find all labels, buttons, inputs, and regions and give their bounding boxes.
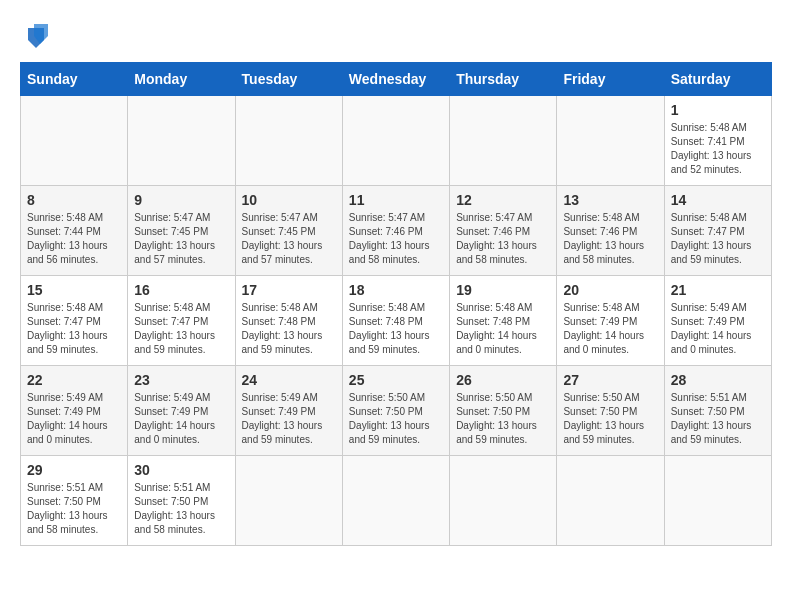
day-number: 21 <box>671 282 765 298</box>
day-info: Sunrise: 5:50 AMSunset: 7:50 PMDaylight:… <box>563 391 657 447</box>
calendar-cell: 9Sunrise: 5:47 AMSunset: 7:45 PMDaylight… <box>128 186 235 276</box>
calendar-cell: 25Sunrise: 5:50 AMSunset: 7:50 PMDayligh… <box>342 366 449 456</box>
calendar-cell <box>557 96 664 186</box>
calendar-cell: 15Sunrise: 5:48 AMSunset: 7:47 PMDayligh… <box>21 276 128 366</box>
calendar-cell: 13Sunrise: 5:48 AMSunset: 7:46 PMDayligh… <box>557 186 664 276</box>
day-number: 16 <box>134 282 228 298</box>
calendar-cell <box>235 96 342 186</box>
day-number: 13 <box>563 192 657 208</box>
day-info: Sunrise: 5:48 AMSunset: 7:48 PMDaylight:… <box>242 301 336 357</box>
calendar-cell: 1Sunrise: 5:48 AMSunset: 7:41 PMDaylight… <box>664 96 771 186</box>
day-info: Sunrise: 5:47 AMSunset: 7:46 PMDaylight:… <box>456 211 550 267</box>
calendar-cell: 14Sunrise: 5:48 AMSunset: 7:47 PMDayligh… <box>664 186 771 276</box>
calendar-cell <box>450 456 557 546</box>
day-number: 15 <box>27 282 121 298</box>
day-info: Sunrise: 5:51 AMSunset: 7:50 PMDaylight:… <box>134 481 228 537</box>
calendar-cell: 17Sunrise: 5:48 AMSunset: 7:48 PMDayligh… <box>235 276 342 366</box>
day-info: Sunrise: 5:47 AMSunset: 7:45 PMDaylight:… <box>134 211 228 267</box>
col-header-tuesday: Tuesday <box>235 63 342 96</box>
col-header-friday: Friday <box>557 63 664 96</box>
calendar-cell: 26Sunrise: 5:50 AMSunset: 7:50 PMDayligh… <box>450 366 557 456</box>
calendar-cell: 23Sunrise: 5:49 AMSunset: 7:49 PMDayligh… <box>128 366 235 456</box>
day-info: Sunrise: 5:48 AMSunset: 7:49 PMDaylight:… <box>563 301 657 357</box>
calendar-cell: 30Sunrise: 5:51 AMSunset: 7:50 PMDayligh… <box>128 456 235 546</box>
calendar-cell <box>450 96 557 186</box>
calendar-cell: 11Sunrise: 5:47 AMSunset: 7:46 PMDayligh… <box>342 186 449 276</box>
day-info: Sunrise: 5:49 AMSunset: 7:49 PMDaylight:… <box>671 301 765 357</box>
day-info: Sunrise: 5:48 AMSunset: 7:46 PMDaylight:… <box>563 211 657 267</box>
day-number: 28 <box>671 372 765 388</box>
day-number: 14 <box>671 192 765 208</box>
day-info: Sunrise: 5:47 AMSunset: 7:46 PMDaylight:… <box>349 211 443 267</box>
calendar-table: SundayMondayTuesdayWednesdayThursdayFrid… <box>20 62 772 546</box>
day-info: Sunrise: 5:48 AMSunset: 7:44 PMDaylight:… <box>27 211 121 267</box>
day-number: 23 <box>134 372 228 388</box>
day-info: Sunrise: 5:49 AMSunset: 7:49 PMDaylight:… <box>242 391 336 447</box>
calendar-cell: 27Sunrise: 5:50 AMSunset: 7:50 PMDayligh… <box>557 366 664 456</box>
day-info: Sunrise: 5:51 AMSunset: 7:50 PMDaylight:… <box>671 391 765 447</box>
day-number: 10 <box>242 192 336 208</box>
day-info: Sunrise: 5:48 AMSunset: 7:47 PMDaylight:… <box>134 301 228 357</box>
logo-icon <box>20 20 52 52</box>
day-number: 12 <box>456 192 550 208</box>
day-number: 8 <box>27 192 121 208</box>
calendar-week-3: 15Sunrise: 5:48 AMSunset: 7:47 PMDayligh… <box>21 276 772 366</box>
day-number: 9 <box>134 192 228 208</box>
calendar-cell <box>342 456 449 546</box>
col-header-sunday: Sunday <box>21 63 128 96</box>
calendar-cell <box>235 456 342 546</box>
col-header-wednesday: Wednesday <box>342 63 449 96</box>
day-info: Sunrise: 5:48 AMSunset: 7:41 PMDaylight:… <box>671 121 765 177</box>
day-number: 26 <box>456 372 550 388</box>
day-number: 19 <box>456 282 550 298</box>
calendar-cell: 10Sunrise: 5:47 AMSunset: 7:45 PMDayligh… <box>235 186 342 276</box>
day-number: 25 <box>349 372 443 388</box>
day-info: Sunrise: 5:50 AMSunset: 7:50 PMDaylight:… <box>349 391 443 447</box>
calendar-week-2: 8Sunrise: 5:48 AMSunset: 7:44 PMDaylight… <box>21 186 772 276</box>
col-header-monday: Monday <box>128 63 235 96</box>
calendar-cell: 28Sunrise: 5:51 AMSunset: 7:50 PMDayligh… <box>664 366 771 456</box>
day-number: 24 <box>242 372 336 388</box>
day-number: 22 <box>27 372 121 388</box>
calendar-cell: 21Sunrise: 5:49 AMSunset: 7:49 PMDayligh… <box>664 276 771 366</box>
calendar-cell: 8Sunrise: 5:48 AMSunset: 7:44 PMDaylight… <box>21 186 128 276</box>
day-number: 20 <box>563 282 657 298</box>
col-header-thursday: Thursday <box>450 63 557 96</box>
day-number: 17 <box>242 282 336 298</box>
page-header <box>20 20 772 52</box>
calendar-cell: 12Sunrise: 5:47 AMSunset: 7:46 PMDayligh… <box>450 186 557 276</box>
calendar-cell: 16Sunrise: 5:48 AMSunset: 7:47 PMDayligh… <box>128 276 235 366</box>
day-number: 30 <box>134 462 228 478</box>
calendar-cell <box>557 456 664 546</box>
day-info: Sunrise: 5:48 AMSunset: 7:48 PMDaylight:… <box>456 301 550 357</box>
day-info: Sunrise: 5:48 AMSunset: 7:47 PMDaylight:… <box>27 301 121 357</box>
day-number: 11 <box>349 192 443 208</box>
calendar-cell <box>342 96 449 186</box>
day-number: 27 <box>563 372 657 388</box>
day-info: Sunrise: 5:47 AMSunset: 7:45 PMDaylight:… <box>242 211 336 267</box>
day-number: 1 <box>671 102 765 118</box>
calendar-cell <box>21 96 128 186</box>
calendar-cell <box>664 456 771 546</box>
calendar-cell <box>128 96 235 186</box>
day-info: Sunrise: 5:51 AMSunset: 7:50 PMDaylight:… <box>27 481 121 537</box>
day-info: Sunrise: 5:48 AMSunset: 7:48 PMDaylight:… <box>349 301 443 357</box>
calendar-cell: 20Sunrise: 5:48 AMSunset: 7:49 PMDayligh… <box>557 276 664 366</box>
logo <box>20 20 58 52</box>
col-header-saturday: Saturday <box>664 63 771 96</box>
calendar-week-4: 22Sunrise: 5:49 AMSunset: 7:49 PMDayligh… <box>21 366 772 456</box>
calendar-cell: 29Sunrise: 5:51 AMSunset: 7:50 PMDayligh… <box>21 456 128 546</box>
calendar-week-5: 29Sunrise: 5:51 AMSunset: 7:50 PMDayligh… <box>21 456 772 546</box>
day-info: Sunrise: 5:48 AMSunset: 7:47 PMDaylight:… <box>671 211 765 267</box>
calendar-cell: 24Sunrise: 5:49 AMSunset: 7:49 PMDayligh… <box>235 366 342 456</box>
day-info: Sunrise: 5:49 AMSunset: 7:49 PMDaylight:… <box>27 391 121 447</box>
calendar-cell: 19Sunrise: 5:48 AMSunset: 7:48 PMDayligh… <box>450 276 557 366</box>
calendar-cell: 22Sunrise: 5:49 AMSunset: 7:49 PMDayligh… <box>21 366 128 456</box>
day-number: 29 <box>27 462 121 478</box>
calendar-week-1: 1Sunrise: 5:48 AMSunset: 7:41 PMDaylight… <box>21 96 772 186</box>
day-number: 18 <box>349 282 443 298</box>
day-info: Sunrise: 5:50 AMSunset: 7:50 PMDaylight:… <box>456 391 550 447</box>
day-info: Sunrise: 5:49 AMSunset: 7:49 PMDaylight:… <box>134 391 228 447</box>
calendar-cell: 18Sunrise: 5:48 AMSunset: 7:48 PMDayligh… <box>342 276 449 366</box>
day-headers-row: SundayMondayTuesdayWednesdayThursdayFrid… <box>21 63 772 96</box>
